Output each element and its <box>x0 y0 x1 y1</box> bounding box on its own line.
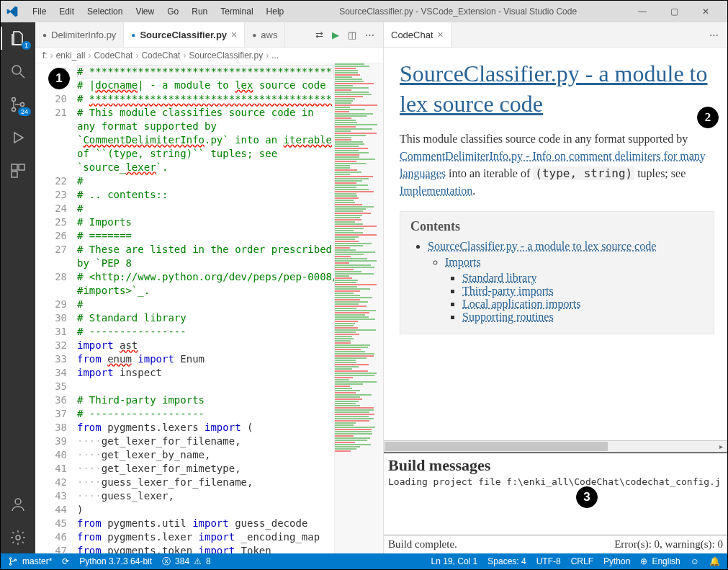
build-heading: Build messages <box>384 453 727 475</box>
toc-link[interactable]: SourceClassifier.py - a module to lex so… <box>428 240 656 252</box>
tab-label: aws <box>261 30 277 40</box>
svg-point-10 <box>9 564 11 565</box>
tab-aws[interactable]: ●aws <box>245 22 285 47</box>
status-encoding[interactable]: UTF-8 <box>536 556 561 566</box>
editor-group-right: CodeChat × ⋯ SourceClassifier.py - a mod… <box>384 22 727 553</box>
svg-point-8 <box>16 535 20 540</box>
status-eol[interactable]: CRLF <box>571 556 593 566</box>
tab-codechat[interactable]: CodeChat × <box>384 22 451 47</box>
toc-box: Contents SourceClassifier.py - a module … <box>400 211 714 334</box>
menu-help[interactable]: Help <box>261 4 290 19</box>
status-feedback-icon[interactable]: ☺ <box>691 556 699 566</box>
horizontal-scrollbar[interactable]: ◂ ▸ <box>384 440 727 453</box>
annotation-callout-1: 1 <box>48 68 70 89</box>
editor-group-left: ●DelimiterInfo.py●SourceClassifier.py×●a… <box>35 22 384 553</box>
breadcrumb-segment[interactable]: CodeChat <box>94 50 132 61</box>
activity-bar: 1 24 <box>1 22 35 553</box>
tab-sourceclassifier-py[interactable]: ●SourceClassifier.py× <box>124 22 245 47</box>
close-icon[interactable]: × <box>231 29 237 40</box>
annotation-callout-3: 3 <box>576 486 598 508</box>
maximize-button[interactable]: ▢ <box>658 1 690 22</box>
minimap[interactable] <box>334 63 383 553</box>
file-icon: ● <box>131 31 135 39</box>
status-python[interactable]: Python 3.7.3 64-bit <box>79 556 152 566</box>
menu-view[interactable]: View <box>130 4 160 19</box>
search-icon[interactable] <box>8 61 28 81</box>
source-control-icon[interactable]: 24 <box>8 94 28 115</box>
breadcrumb-segment[interactable]: ... <box>271 50 279 61</box>
breadcrumb[interactable]: f:›enki_all›CodeChat›CodeChat›SourceClas… <box>35 48 383 63</box>
build-error-count: Error(s): 0, warning(s): 0 <box>614 538 723 551</box>
breadcrumb-segment[interactable]: f: <box>42 50 48 61</box>
svg-point-3 <box>21 103 24 107</box>
svg-point-2 <box>12 108 16 112</box>
more-actions-icon[interactable]: ⋯ <box>709 30 719 40</box>
code-content[interactable]: # **************************************… <box>77 63 334 553</box>
tab-label: CodeChat <box>391 30 433 40</box>
code-editor[interactable]: 19 20 21 22 23 24 25 26 27 28 29 30 31 3… <box>35 63 383 553</box>
file-icon: ● <box>252 31 256 39</box>
svg-point-0 <box>12 66 21 74</box>
preview-text: This module classifies source code in an… <box>400 133 688 145</box>
menu-edit[interactable]: Edit <box>53 4 80 19</box>
tab-delimiterinfo-py[interactable]: ●DelimiterInfo.py <box>35 22 124 47</box>
annotation-callout-2: 2 <box>697 107 719 128</box>
tab-label: DelimiterInfo.py <box>51 30 116 40</box>
scrollbar-thumb[interactable] <box>385 442 608 451</box>
link-implementation[interactable]: Implementation <box>400 184 472 197</box>
svg-rect-5 <box>19 164 24 170</box>
status-sync[interactable]: ⟳ <box>62 556 69 566</box>
split-editor-icon[interactable]: ◫ <box>348 30 356 40</box>
close-icon[interactable]: × <box>438 29 444 40</box>
menu-run[interactable]: Run <box>186 4 213 19</box>
status-bar: master* ⟳ Python 3.7.3 64-bit ⓧ384 ⚠8 Ln… <box>1 553 727 569</box>
status-problems[interactable]: ⓧ384 ⚠8 <box>162 556 211 568</box>
scm-badge: 24 <box>18 107 31 116</box>
svg-rect-4 <box>12 164 17 170</box>
run-icon[interactable]: ▶ <box>332 30 339 40</box>
breadcrumb-segment[interactable]: CodeChat <box>141 50 180 61</box>
tab-bar-right: CodeChat × ⋯ <box>384 22 727 48</box>
menu-selection[interactable]: Selection <box>81 4 128 19</box>
status-branch[interactable]: master* <box>8 556 52 566</box>
close-button[interactable]: ✕ <box>690 1 722 22</box>
svg-point-1 <box>12 98 16 102</box>
toc-heading: Contents <box>410 219 704 234</box>
tab-label: SourceClassifier.py <box>140 30 227 40</box>
window-title: SourceClassifier.py - VSCode_Extension -… <box>292 6 624 17</box>
codechat-preview[interactable]: SourceClassifier.py - a module to lex so… <box>384 48 727 440</box>
build-messages-panel: Build messages Loading project file f:\e… <box>384 453 727 553</box>
menubar: FileEditSelectionViewGoRunTerminalHelp <box>27 4 289 19</box>
status-cursor[interactable]: Ln 19, Col 1 <box>431 556 478 566</box>
toc-link[interactable]: Standard library <box>462 272 537 284</box>
run-debug-icon[interactable] <box>8 128 28 148</box>
titlebar: FileEditSelectionViewGoRunTerminalHelp S… <box>1 1 727 22</box>
minimize-button[interactable]: — <box>626 1 658 22</box>
status-ime[interactable]: ⊕English <box>640 556 680 566</box>
explorer-badge: 1 <box>22 41 31 50</box>
extensions-icon[interactable] <box>8 161 28 181</box>
build-log-line: Loading project file f:\enki_all\CodeCha… <box>384 475 727 489</box>
compare-icon[interactable]: ⇄ <box>315 30 323 40</box>
line-number-gutter: 19 20 21 22 23 24 25 26 27 28 29 30 31 3… <box>35 63 77 553</box>
status-language[interactable]: Python <box>603 556 630 566</box>
breadcrumb-segment[interactable]: SourceClassifier.py <box>189 50 263 61</box>
explorer-icon[interactable]: 1 <box>8 28 28 48</box>
settings-gear-icon[interactable] <box>8 527 28 548</box>
toc-link[interactable]: Imports <box>445 256 481 268</box>
svg-rect-6 <box>12 172 17 177</box>
menu-terminal[interactable]: Terminal <box>215 4 259 19</box>
toc-link[interactable]: Supporting routines <box>462 311 554 323</box>
more-actions-icon[interactable]: ⋯ <box>365 30 374 40</box>
scroll-right-icon[interactable]: ▸ <box>715 441 727 452</box>
menu-file[interactable]: File <box>27 4 52 19</box>
tab-bar-left: ●DelimiterInfo.py●SourceClassifier.py×●a… <box>35 22 383 48</box>
file-icon: ● <box>42 31 47 39</box>
status-spaces[interactable]: Spaces: 4 <box>487 556 526 566</box>
accounts-icon[interactable] <box>8 494 28 515</box>
toc-link[interactable]: Local application imports <box>462 298 580 310</box>
menu-go[interactable]: Go <box>161 4 184 19</box>
toc-link[interactable]: Third-party imports <box>462 285 554 297</box>
status-bell-icon[interactable]: 🔔 <box>709 556 720 566</box>
breadcrumb-segment[interactable]: enki_all <box>56 50 86 61</box>
